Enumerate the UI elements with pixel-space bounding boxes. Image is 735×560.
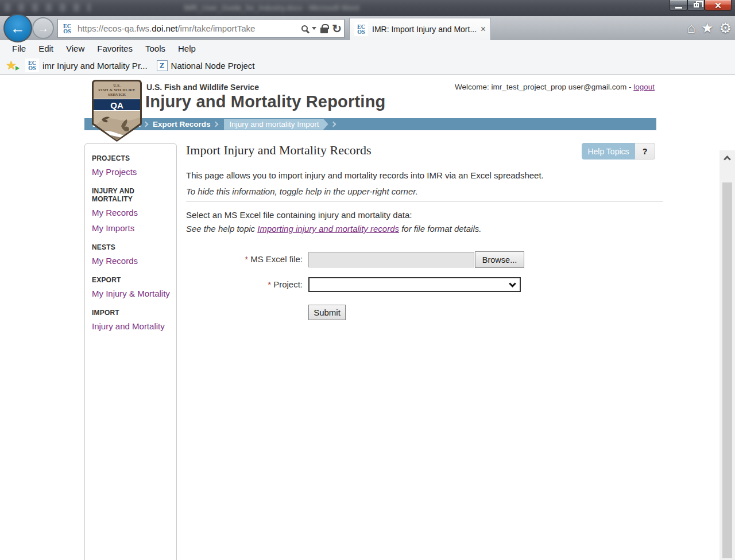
- importing-records-link[interactable]: Importing injury and mortality records: [257, 224, 399, 234]
- z-favicon: Z: [157, 60, 168, 71]
- breadcrumb-chevron-icon: [212, 122, 218, 127]
- sidebar-item-my-injury-mortality[interactable]: My Injury & Mortality: [92, 286, 172, 301]
- close-icon: ✕: [714, 1, 722, 10]
- divider: [186, 201, 663, 202]
- welcome-prefix: Welcome: imr_test_project_prop user@gmai…: [455, 83, 633, 91]
- favorite-arrow-glyph: [16, 66, 20, 71]
- favorites-star-icon[interactable]: ★: [701, 21, 714, 36]
- favorite-item-national-node[interactable]: Z National Node Project: [154, 59, 257, 72]
- chevron-down-icon: [509, 280, 516, 287]
- chevron-up-icon: [724, 155, 731, 163]
- logout-link[interactable]: logout: [633, 83, 655, 91]
- forward-button[interactable]: →: [32, 17, 54, 39]
- breadcrumb: ECOS IMR Export Records Injury and morta…: [84, 118, 656, 130]
- sidebar: PROJECTS My Projects INJURY AND MORTALIT…: [84, 143, 177, 560]
- help-topics-button[interactable]: Help Topics: [582, 143, 635, 160]
- toggle-help-note: To hide this information, toggle help in…: [186, 186, 418, 196]
- breadcrumb-chevron-icon: [330, 122, 336, 127]
- address-bar[interactable]: EC OS https://ecos-qa.fws.doi.net/imr/ta…: [57, 19, 345, 38]
- titlebar-ghost-icons: [5, 3, 91, 11]
- sidebar-item-injury-and-mortality[interactable]: Injury and Mortality: [92, 319, 172, 333]
- welcome-text: Welcome: imr_test_project_prop user@gmai…: [455, 83, 655, 91]
- url-path: /imr/take/importTake: [177, 24, 255, 33]
- favorite-item-national-node-label: National Node Project: [171, 61, 255, 71]
- logo-line1: U.S.: [94, 83, 140, 88]
- sidebar-header-injury-and-mortality: INJURY AND MORTALITY: [92, 187, 172, 203]
- sidebar-header-projects: PROJECTS: [92, 154, 172, 162]
- favicon-text-bottom: OS: [63, 29, 71, 34]
- add-favorite-icon[interactable]: ★: [6, 59, 18, 72]
- scrollbar-thumb[interactable]: [722, 182, 732, 558]
- project-select[interactable]: [308, 277, 521, 292]
- agency-name: U.S. Fish and Wildlife Service: [146, 83, 259, 92]
- sidebar-item-nests-my-records[interactable]: My Records: [92, 254, 172, 268]
- security-lock-icon: [320, 28, 328, 33]
- search-icon[interactable]: [301, 25, 308, 32]
- help-question-button[interactable]: ?: [635, 143, 655, 160]
- page-title: Import Injury and Mortality Records: [186, 143, 372, 158]
- help-line-suffix: for file format details.: [399, 224, 481, 234]
- url-scheme-host: https://ecos-qa.fws.: [78, 24, 152, 33]
- menu-file[interactable]: File: [6, 42, 32, 55]
- refresh-icon[interactable]: ↻: [332, 23, 342, 34]
- browse-button[interactable]: Browse...: [475, 251, 524, 268]
- menu-tools[interactable]: Tools: [139, 42, 172, 55]
- restore-icon: [694, 3, 699, 7]
- logo-line2: FISH & WILDLIFE: [94, 88, 140, 92]
- tab-favicon: EC OS: [354, 22, 368, 36]
- favorite-ecos-bottom: OS: [28, 65, 36, 71]
- url-domain: doi.net: [152, 24, 177, 33]
- menu-edit[interactable]: Edit: [32, 42, 60, 55]
- restore-button[interactable]: [687, 0, 705, 11]
- site-favicon: EC OS: [60, 22, 74, 36]
- forward-icon: →: [37, 22, 49, 35]
- address-dropdown-icon[interactable]: [312, 27, 316, 30]
- back-icon: ←: [10, 20, 25, 37]
- excel-file-label: * MS Excel file:: [211, 254, 303, 264]
- sidebar-item-im-my-records[interactable]: My Records: [92, 205, 172, 220]
- favorite-ecos-icon: EC OS: [25, 59, 39, 72]
- page-content: U.S. FISH & WILDLIFE SERVICE QA U.S. Fis…: [0, 75, 735, 560]
- sidebar-item-my-projects[interactable]: My Projects: [92, 165, 172, 179]
- help-line-prefix: See the help topic: [186, 224, 257, 234]
- help-button-group: Help Topics ?: [582, 143, 655, 160]
- required-marker: *: [268, 279, 271, 289]
- excel-file-label-text: MS Excel file:: [250, 254, 303, 264]
- menu-help[interactable]: Help: [172, 42, 202, 55]
- logo-shield: U.S. FISH & WILDLIFE SERVICE QA: [94, 81, 140, 140]
- close-button[interactable]: ✕: [705, 0, 732, 11]
- menu-view[interactable]: View: [60, 42, 91, 55]
- sidebar-header-import: IMPORT: [92, 309, 172, 317]
- window-controls: ✕: [670, 0, 732, 11]
- url-text[interactable]: https://ecos-qa.fws.doi.net/imr/take/imp…: [78, 24, 301, 33]
- scroll-up-button[interactable]: [719, 150, 735, 166]
- excel-file-input[interactable]: [308, 252, 474, 267]
- window-titlebar: IMR_User_Guide_for_Industry.docx - Micro…: [0, 0, 735, 16]
- home-icon[interactable]: ⌂: [687, 21, 695, 36]
- favorites-bar: ★ EC OS imr Injury and Mortality Pr... Z…: [0, 56, 735, 75]
- breadcrumb-chevron-icon: [143, 122, 149, 127]
- browser-chrome: ← → EC OS https://ecos-qa.fws.doi.net/im…: [0, 16, 735, 75]
- logo-qa-band: QA: [94, 99, 140, 111]
- minimize-button[interactable]: [670, 0, 687, 11]
- breadcrumb-current: Injury and mortality Import: [224, 119, 328, 130]
- browser-tab[interactable]: EC OS IMR: Import Injury and Mort... ×: [349, 18, 491, 40]
- project-label: * Project:: [211, 279, 303, 289]
- tab-title: IMR: Import Injury and Mort...: [372, 25, 477, 34]
- favorite-star-glyph: ★: [6, 59, 17, 72]
- sidebar-header-export: EXPORT: [92, 276, 172, 284]
- menu-favorites[interactable]: Favorites: [91, 42, 139, 55]
- gear-icon[interactable]: ⚙: [719, 21, 732, 36]
- breadcrumb-export-records[interactable]: Export Records: [153, 120, 211, 129]
- sidebar-item-my-imports[interactable]: My Imports: [92, 221, 172, 235]
- select-file-instruction: Select an MS Excel file containing injur…: [186, 210, 412, 220]
- vertical-scrollbar[interactable]: [719, 150, 735, 560]
- menu-bar: File Edit View Favorites Tools Help: [0, 40, 735, 56]
- minimize-icon: [675, 7, 682, 9]
- favorite-item-imr[interactable]: EC OS imr Injury and Mortality Pr...: [23, 57, 150, 73]
- back-button[interactable]: ←: [3, 14, 32, 42]
- submit-button[interactable]: Submit: [308, 305, 346, 320]
- tab-close-icon[interactable]: ×: [481, 25, 486, 33]
- fws-logo: U.S. FISH & WILDLIFE SERVICE QA: [92, 80, 142, 142]
- logo-text: U.S. FISH & WILDLIFE SERVICE: [94, 83, 140, 97]
